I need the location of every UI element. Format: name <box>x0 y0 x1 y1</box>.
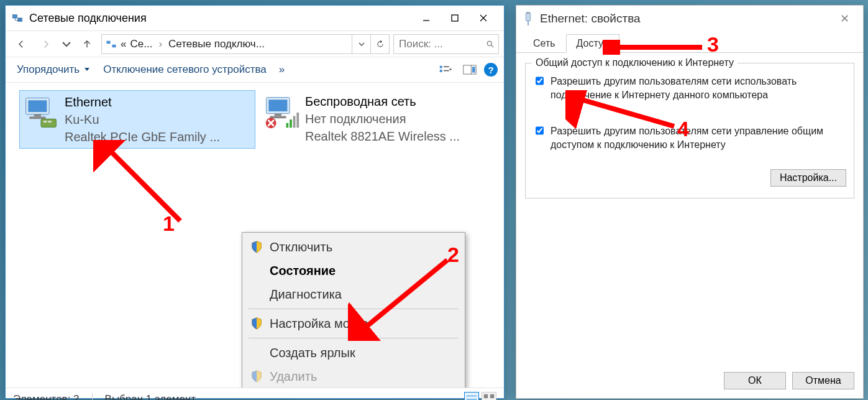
svg-rect-9 <box>107 40 111 44</box>
cancel-button[interactable]: Отмена <box>792 372 854 389</box>
organize-label: Упорядочить <box>17 63 80 76</box>
svg-rect-47 <box>529 12 529 14</box>
close-button[interactable]: ✕ <box>832 12 857 26</box>
ctx-shortcut[interactable]: Создать ярлык <box>244 341 464 365</box>
search-icon <box>486 39 495 49</box>
search-input[interactable] <box>398 37 482 51</box>
view-options-button[interactable] <box>437 61 455 78</box>
group-title: Общий доступ к подключению к Интернету <box>532 57 738 68</box>
toolbar-more[interactable]: » <box>274 61 290 78</box>
breadcrumb-sep: › <box>158 38 162 50</box>
preview-pane-button[interactable] <box>460 61 479 78</box>
ctx-separator <box>249 338 459 338</box>
svg-rect-34 <box>296 113 299 128</box>
address-box[interactable]: « Се... › Сетевые подключ... <box>101 34 352 54</box>
help-button[interactable]: ? <box>484 63 498 77</box>
svg-rect-0 <box>13 15 17 18</box>
shield-icon <box>250 317 263 330</box>
allow-control-label: Разрешить другим пользователям сети упра… <box>550 124 846 152</box>
window-title: Ethernet: свойства <box>540 12 832 26</box>
breadcrumb-part[interactable]: Сетевые подключ... <box>168 38 265 50</box>
ics-group: Общий доступ к подключению к Интернету Р… <box>525 63 854 198</box>
path-icon <box>106 39 117 50</box>
svg-rect-14 <box>440 70 442 72</box>
organize-button[interactable]: Упорядочить <box>12 61 96 78</box>
breadcrumb-part[interactable]: Се... <box>130 38 152 50</box>
svg-rect-28 <box>268 100 287 111</box>
status-bar: Элементов: 2 Выбран 1 элемент <box>6 388 504 400</box>
svg-rect-26 <box>48 121 52 123</box>
minimize-button[interactable] <box>412 9 441 27</box>
svg-rect-19 <box>472 67 475 72</box>
network-connections-window: Сетевые подключения « Се... › Сетевые по… <box>5 5 505 399</box>
svg-rect-22 <box>34 114 41 117</box>
view-details-button[interactable] <box>464 392 479 401</box>
svg-rect-46 <box>527 12 528 14</box>
shield-icon <box>250 240 263 254</box>
toolbar: Упорядочить Отключение сетевого устройст… <box>6 57 504 83</box>
ctx-label: Создать ярлык <box>270 346 355 360</box>
adapter-device: Realtek 8821AE Wireless ... <box>305 128 460 145</box>
view-icons-button[interactable] <box>482 392 496 401</box>
tabs: Сеть Доступ <box>516 32 863 53</box>
shield-icon <box>250 370 263 383</box>
disable-adapter-button[interactable]: Отключение сетевого устройства <box>98 61 272 78</box>
maximize-button[interactable] <box>441 9 469 27</box>
tab-label: Доступ <box>577 38 609 49</box>
adapter-name: Беспроводная сеть <box>305 93 460 110</box>
status-separator <box>92 393 93 401</box>
adapter-plug-icon <box>523 12 534 26</box>
ctx-label: Диагностика <box>270 287 342 302</box>
svg-rect-13 <box>440 66 442 68</box>
ctx-status[interactable]: Состояние <box>244 259 464 282</box>
adapter-wireless[interactable]: Беспроводная сеть Нет подключения Realte… <box>260 90 496 147</box>
search-box[interactable] <box>393 34 499 54</box>
ctx-bridge[interactable]: Настройка моста <box>244 312 464 335</box>
ctx-label: Отключить <box>270 240 332 254</box>
nav-back-button[interactable] <box>11 34 32 55</box>
svg-rect-24 <box>41 119 56 127</box>
adapter-device: Realtek PCIe GbE Family ... <box>65 128 220 146</box>
adapter-status: Ku-Ku <box>65 111 220 128</box>
ethernet-adapter-icon <box>22 93 60 131</box>
more-label: » <box>279 63 285 76</box>
tab-sharing[interactable]: Доступ <box>566 34 619 53</box>
svg-rect-31 <box>286 123 289 128</box>
ctx-disable[interactable]: Отключить <box>244 235 464 259</box>
ctx-separator <box>249 309 459 309</box>
svg-rect-29 <box>275 114 281 116</box>
titlebar: Сетевые подключения <box>6 6 504 30</box>
network-icon <box>12 12 23 24</box>
address-bar: « Се... › Сетевые подключ... <box>6 30 504 57</box>
context-menu: Отключить Состояние Диагностика Настройк… <box>242 232 465 388</box>
address-dropdown-button[interactable] <box>352 34 371 54</box>
svg-rect-21 <box>28 100 47 112</box>
nav-forward-button[interactable] <box>35 34 57 55</box>
svg-rect-25 <box>43 121 47 123</box>
status-elements: Элементов: 2 <box>13 393 80 401</box>
allow-sharing-checkbox[interactable] <box>536 76 544 86</box>
ctx-diagnose[interactable]: Диагностика <box>244 282 464 306</box>
svg-rect-45 <box>526 12 530 21</box>
breadcrumb-sep: « <box>121 38 126 50</box>
nav-up-button[interactable] <box>76 34 98 55</box>
refresh-button[interactable] <box>371 34 390 54</box>
svg-line-12 <box>491 45 493 47</box>
adapter-ethernet[interactable]: Ethernet Ku-Ku Realtek PCIe GbE Family .… <box>19 90 255 149</box>
settings-button[interactable]: Настройка... <box>770 169 846 187</box>
allow-sharing-label: Разрешить другим пользователям сети испо… <box>550 75 846 102</box>
ctx-label: Настройка моста <box>270 317 368 331</box>
tab-network[interactable]: Сеть <box>523 34 566 53</box>
svg-point-11 <box>487 41 491 45</box>
allow-control-checkbox[interactable] <box>536 126 544 136</box>
nav-history-dropdown[interactable] <box>60 34 73 55</box>
ctx-label: Состояние <box>270 264 336 278</box>
status-selected: Выбран 1 элемент <box>105 393 196 401</box>
ok-button[interactable]: ОК <box>724 372 786 389</box>
tab-label: Сеть <box>533 38 555 49</box>
ethernet-properties-window: Ethernet: свойства ✕ Сеть Доступ Общий д… <box>516 5 864 399</box>
svg-rect-6 <box>452 15 458 21</box>
svg-rect-32 <box>290 119 292 128</box>
close-button[interactable] <box>469 9 498 27</box>
svg-rect-41 <box>484 394 488 398</box>
